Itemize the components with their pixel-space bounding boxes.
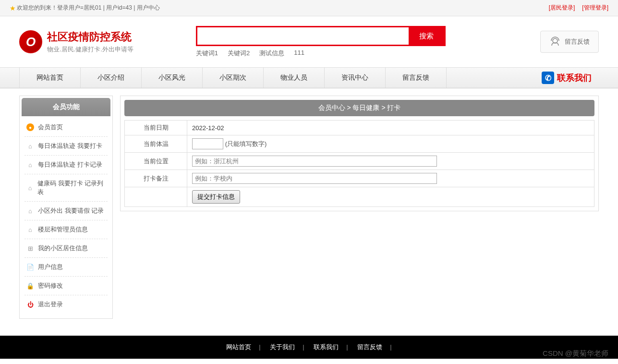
menu-label: 用户信息 <box>38 263 63 271</box>
dot-icon: ● <box>26 123 34 131</box>
footer-copyright: Copyright ©2021 基于SprintBoot的社区疫情防控系统 某省… <box>0 359 618 364</box>
temp-label: 当前体温 <box>125 135 187 153</box>
main-container: 会员功能 ●会员首页 ⌂每日体温轨迹 我要打卡 ⌂每日体温轨迹 打卡记录 ⌂健康… <box>0 88 618 326</box>
feedback-label: 留言反馈 <box>565 37 590 46</box>
header: O 社区疫情防控系统 物业.居民.健康打卡.外出申请等 搜索 关键词1 关键词2… <box>0 16 618 67</box>
menu-label: 我的小区居住信息 <box>38 244 88 253</box>
nav-home[interactable]: 网站首页 <box>19 68 81 88</box>
nav-intro[interactable]: 小区介绍 <box>81 68 142 88</box>
watermark: CSDN @黄菊华老师 <box>543 349 608 358</box>
loc-cell <box>187 153 594 170</box>
menu-label: 退出登录 <box>38 300 63 309</box>
nav-feedback[interactable]: 留言反馈 <box>386 68 447 88</box>
feedback-button[interactable]: 留言反馈 <box>540 31 599 53</box>
home-icon: ⌂ <box>26 184 34 192</box>
resident-login-link[interactable]: [居民登录] <box>549 4 575 12</box>
top-right-links: [居民登录] [管理登录] <box>549 4 608 12</box>
star-icon: ★ <box>10 4 16 12</box>
temp-hint: (只能填写数字) <box>225 140 267 147</box>
site-title: 社区疫情防控系统 <box>47 30 133 44</box>
sidebar-header: 会员功能 <box>22 98 110 116</box>
footer-link-feedback[interactable]: 留言反馈 <box>353 343 386 351</box>
logo-text: 社区疫情防控系统 物业.居民.健康打卡.外出申请等 <box>47 30 133 54</box>
home-icon: ⌂ <box>26 226 34 233</box>
menu-label: 每日体温轨迹 我要打卡 <box>38 142 102 150</box>
search-box: 搜索 <box>196 26 446 46</box>
menu-logout[interactable]: ⏻退出登录 <box>24 295 108 314</box>
menu-password[interactable]: 🔒密码修改 <box>24 277 108 295</box>
welcome-label: 欢迎您的到来！登录用户=居民01 | 用户id=43 | 用户中心 <box>17 4 160 12</box>
note-label: 打卡备注 <box>125 170 187 187</box>
admin-login-link[interactable]: [管理登录] <box>582 4 608 12</box>
logo-section: O 社区疫情防控系统 物业.居民.健康打卡.外出申请等 <box>19 30 133 54</box>
checkin-form: 当前日期 2022-12-02 当前体温 (只能填写数字) 当前位置 打卡备注 <box>124 120 594 207</box>
menu-user-info[interactable]: 📄用户信息 <box>24 258 108 277</box>
menu-label: 健康码 我要打卡 记录列表 <box>37 179 106 196</box>
power-icon: ⏻ <box>26 301 34 308</box>
row-temp: 当前体温 (只能填写数字) <box>125 135 594 153</box>
footer-link-home[interactable]: 网站首页 <box>222 343 255 351</box>
menu-floor-admin[interactable]: ⌂楼层和管理员信息 <box>24 220 108 239</box>
welcome-text: ★ 欢迎您的到来！登录用户=居民01 | 用户id=43 | 用户中心 <box>10 4 160 12</box>
lock-icon: 🔒 <box>26 282 34 290</box>
menu-label: 楼层和管理员信息 <box>38 225 88 234</box>
submit-cell: 提交打卡信息 <box>187 187 594 207</box>
keyword-link[interactable]: 关键词1 <box>196 49 218 58</box>
footer-link-about[interactable]: 关于我们 <box>266 343 299 351</box>
grid-icon: ⊞ <box>26 244 34 252</box>
menu-leave[interactable]: ⌂小区外出 我要请假 记录 <box>24 202 108 220</box>
loc-label: 当前位置 <box>125 153 187 170</box>
agent-icon <box>549 36 561 48</box>
menu-residence[interactable]: ⊞我的小区居住信息 <box>24 239 108 258</box>
doc-icon: 📄 <box>26 263 34 271</box>
search-keywords: 关键词1 关键词2 测试信息 111 <box>196 49 446 58</box>
home-icon: ⌂ <box>26 142 34 150</box>
row-location: 当前位置 <box>125 153 594 170</box>
row-date: 当前日期 2022-12-02 <box>125 121 594 135</box>
content-panel: 会员中心 > 每日健康 > 打卡 当前日期 2022-12-02 当前体温 (只… <box>120 96 599 211</box>
empty-cell <box>125 187 187 207</box>
date-value: 2022-12-02 <box>187 121 594 135</box>
location-input[interactable] <box>192 156 437 167</box>
nav-contact[interactable]: ✆ 联系我们 <box>534 68 599 88</box>
site-subtitle: 物业.居民.健康打卡.外出申请等 <box>47 45 133 54</box>
sidebar: 会员功能 ●会员首页 ⌂每日体温轨迹 我要打卡 ⌂每日体温轨迹 打卡记录 ⌂健康… <box>19 96 113 319</box>
top-bar: ★ 欢迎您的到来！登录用户=居民01 | 用户id=43 | 用户中心 [居民登… <box>0 0 618 16</box>
nav-bar: 网站首页 小区介绍 小区风光 小区期次 物业人员 资讯中心 留言反馈 ✆ 联系我… <box>0 67 618 88</box>
search-input[interactable] <box>197 27 409 45</box>
nav-news[interactable]: 资讯中心 <box>325 68 386 88</box>
submit-button[interactable]: 提交打卡信息 <box>192 190 240 204</box>
separator: | <box>386 343 395 351</box>
note-input[interactable] <box>192 173 437 184</box>
menu-label: 小区外出 我要请假 记录 <box>38 206 104 215</box>
date-label: 当前日期 <box>125 121 187 135</box>
separator: | <box>299 343 308 351</box>
keyword-link[interactable]: 111 <box>294 49 304 58</box>
footer-nav: 网站首页| 关于我们| 联系我们| 留言反馈| <box>0 336 618 359</box>
home-icon: ⌂ <box>26 207 34 215</box>
note-cell <box>187 170 594 187</box>
row-submit: 提交打卡信息 <box>125 187 594 207</box>
nav-phase[interactable]: 小区期次 <box>203 68 264 88</box>
logo-icon: O <box>19 30 42 53</box>
row-note: 打卡备注 <box>125 170 594 187</box>
nav-scenery[interactable]: 小区风光 <box>142 68 203 88</box>
menu-label: 密码修改 <box>38 281 63 290</box>
temp-input[interactable] <box>192 138 223 149</box>
menu-member-home[interactable]: ●会员首页 <box>24 118 108 137</box>
menu-temp-checkin[interactable]: ⌂每日体温轨迹 我要打卡 <box>24 137 108 156</box>
phone-icon: ✆ <box>542 72 554 84</box>
separator: | <box>255 343 264 351</box>
sidebar-menu: ●会员首页 ⌂每日体温轨迹 我要打卡 ⌂每日体温轨迹 打卡记录 ⌂健康码 我要打… <box>20 118 112 318</box>
menu-temp-record[interactable]: ⌂每日体温轨迹 打卡记录 <box>24 156 108 174</box>
menu-health-code[interactable]: ⌂健康码 我要打卡 记录列表 <box>24 174 108 202</box>
keyword-link[interactable]: 测试信息 <box>259 49 284 58</box>
nav-staff[interactable]: 物业人员 <box>264 68 325 88</box>
footer-link-contact[interactable]: 联系我们 <box>310 343 342 351</box>
keyword-link[interactable]: 关键词2 <box>228 49 250 58</box>
menu-label: 每日体温轨迹 打卡记录 <box>38 160 102 169</box>
menu-label: 会员首页 <box>38 123 63 132</box>
search-section: 搜索 关键词1 关键词2 测试信息 111 <box>196 26 446 58</box>
home-icon: ⌂ <box>26 161 34 169</box>
search-button[interactable]: 搜索 <box>409 27 444 45</box>
